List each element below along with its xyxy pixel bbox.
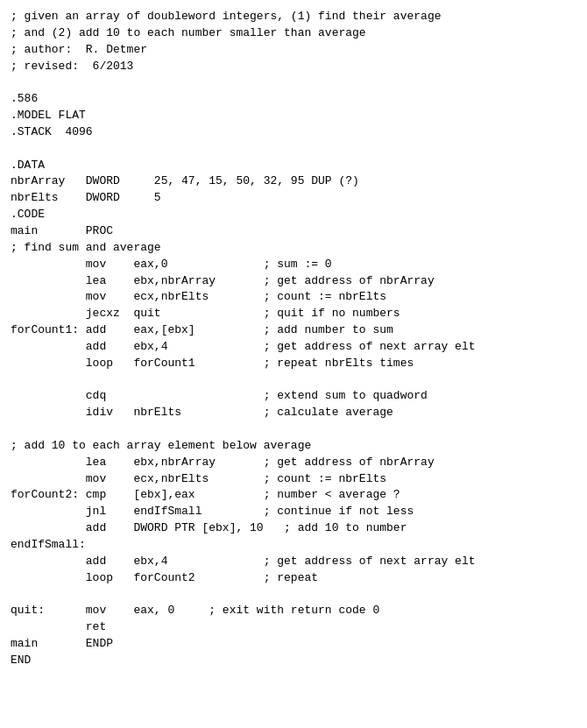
code-container: ; given an array of doubleword integers,… [0,0,587,728]
code-block: ; given an array of doubleword integers,… [11,9,576,669]
